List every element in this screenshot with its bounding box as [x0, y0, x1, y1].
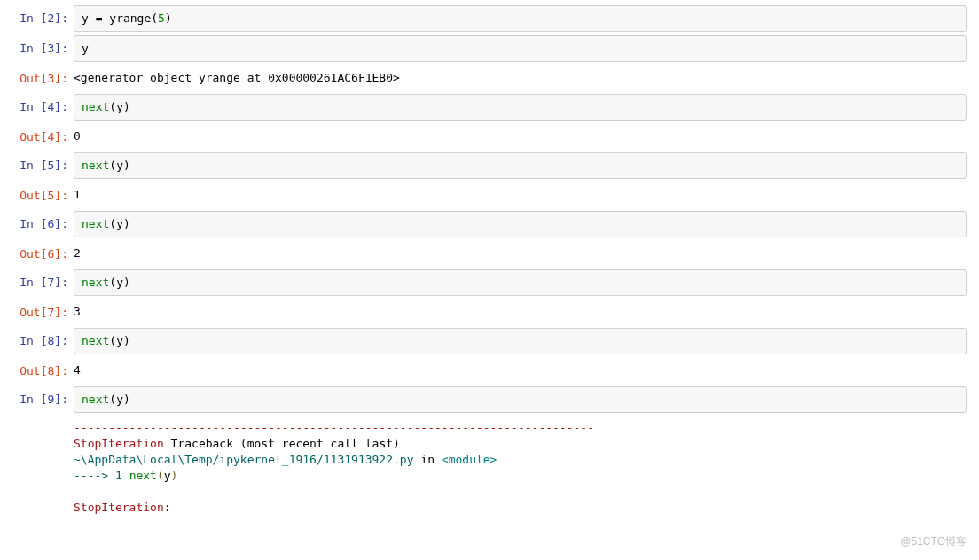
code-input[interactable]: next(y) [74, 94, 967, 121]
code-input[interactable]: y = yrange(5) [74, 5, 967, 32]
notebook-cell: In [5]:next(y) [7, 152, 972, 179]
code-input[interactable]: next(y) [74, 269, 967, 296]
code-input[interactable]: y [74, 35, 967, 62]
notebook-cell: Out[8]:4 [7, 358, 972, 383]
output-prompt: Out[6]: [7, 241, 74, 266]
output-prompt: Out[7]: [7, 299, 74, 324]
output-prompt: Out[8]: [7, 358, 74, 383]
output-text: 1 [74, 183, 967, 207]
input-prompt: In [4]: [7, 94, 74, 121]
code-input[interactable]: next(y) [74, 386, 967, 413]
notebook-cell: ----------------------------------------… [7, 416, 972, 519]
output-text: 0 [74, 124, 967, 149]
output-text: <generator object yrange at 0x00000261AC… [74, 66, 967, 90]
notebook-cell: Out[4]:0 [7, 124, 972, 149]
traceback: ----------------------------------------… [74, 416, 967, 519]
notebook-cell: In [3]:y [7, 35, 972, 62]
code-input[interactable]: next(y) [74, 152, 967, 179]
notebook-cell: In [8]:next(y) [7, 328, 972, 354]
output-text: 3 [74, 299, 967, 324]
code-input[interactable]: next(y) [74, 211, 967, 237]
notebook-cell: Out[6]:2 [7, 241, 972, 266]
output-prompt: Out[5]: [7, 183, 74, 207]
notebook-cell: In [4]:next(y) [7, 94, 972, 121]
traceback-line: StopIteration Traceback (most recent cal… [74, 436, 967, 452]
input-prompt: In [2]: [7, 5, 74, 32]
notebook-cell: Out[7]:3 [7, 299, 972, 324]
notebook-cell: In [2]:y = yrange(5) [7, 5, 972, 32]
input-prompt: In [6]: [7, 211, 74, 237]
output-text: 4 [74, 358, 967, 383]
notebook-container: In [2]:y = yrange(5)In [3]:yOut[3]:<gene… [0, 0, 979, 528]
traceback-line: ----------------------------------------… [74, 420, 967, 436]
notebook-cell: In [7]:next(y) [7, 269, 972, 296]
output-text: 2 [74, 241, 967, 266]
notebook-cell: In [6]:next(y) [7, 211, 972, 237]
input-prompt: In [5]: [7, 152, 74, 179]
traceback-prompt [7, 416, 74, 519]
traceback-line [74, 484, 967, 500]
traceback-line: ~\AppData\Local\Temp/ipykernel_1916/1131… [74, 452, 967, 468]
traceback-line: StopIteration: [74, 500, 967, 516]
output-prompt: Out[4]: [7, 124, 74, 149]
traceback-line: ----> 1 next(y) [74, 468, 967, 484]
input-prompt: In [8]: [7, 328, 74, 354]
output-prompt: Out[3]: [7, 66, 74, 90]
input-prompt: In [3]: [7, 35, 74, 62]
input-prompt: In [7]: [7, 269, 74, 296]
notebook-cell: Out[5]:1 [7, 183, 972, 207]
code-input[interactable]: next(y) [74, 328, 967, 354]
input-prompt: In [9]: [7, 386, 74, 413]
notebook-cell: Out[3]:<generator object yrange at 0x000… [7, 66, 972, 90]
notebook-cell: In [9]:next(y) [7, 386, 972, 413]
